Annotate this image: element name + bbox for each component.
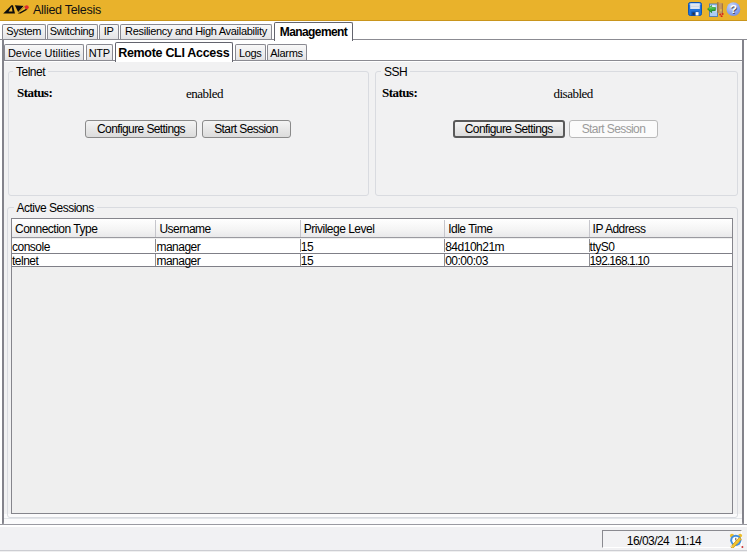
svg-text:?: ? [729, 3, 736, 15]
